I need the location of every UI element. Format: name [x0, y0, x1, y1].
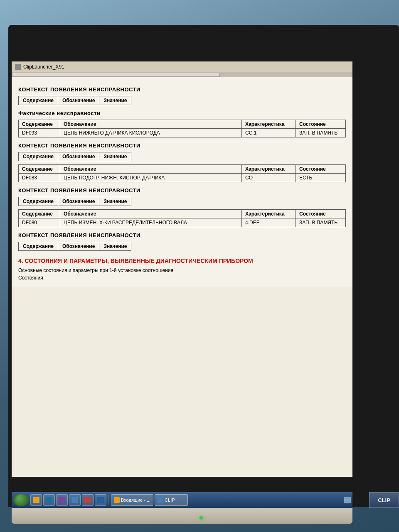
- row-designation-2: ЦЕПЬ ПОДОГР. НИЖН. КИСПОР. ДАТЧИКА: [60, 174, 242, 182]
- clip-icon: [158, 497, 163, 503]
- th-designation-2: Обозначение: [60, 165, 242, 174]
- row-state-3: ЗАП. В ПАМЯТЬ: [296, 218, 346, 227]
- table-row: DF093 ЦЕПЬ НИЖНЕГО ДАТЧИКА КИСЛОРОДА CC.…: [19, 129, 346, 137]
- ctx-header-value-3: Значение: [99, 197, 131, 206]
- th-char-3: Характеристика: [242, 210, 296, 218]
- globe-icon: [97, 497, 104, 503]
- red-section-subtitle: Основные состояния и параметры при 1-й у…: [18, 267, 346, 273]
- ie-icon: [46, 497, 52, 503]
- th-state-3: Состояние: [296, 210, 346, 218]
- horizontal-scrollbar[interactable]: [12, 72, 352, 77]
- music-icon: [84, 497, 91, 503]
- table-row: DF083 ЦЕПЬ ПОДОГР. НИЖН. КИСПОР. ДАТЧИКА…: [19, 174, 346, 182]
- section-title-7: КОНТЕКСТ ПОЯВЛЕНИЯ НЕИСПРАВНОСТИ: [18, 232, 346, 238]
- context-table-2: Содержание Обозначение Значение: [18, 152, 131, 161]
- system-tray: [344, 497, 351, 503]
- start-button[interactable]: [13, 494, 29, 506]
- th-char-2: Характеристика: [242, 165, 296, 174]
- window-title: ClipLauncher_X91: [23, 64, 64, 70]
- th-state-2: Состояние: [296, 165, 346, 174]
- row-content-2: DF083: [19, 174, 60, 182]
- row-designation: ЦЕПЬ НИЖНЕГО ДАТЧИКА КИСЛОРОДА: [60, 129, 242, 137]
- taskbar-globe-btn[interactable]: [95, 494, 106, 506]
- taskbar-folder-btn[interactable]: [30, 494, 42, 506]
- th-content-1: Содержание: [19, 120, 60, 129]
- taskbar-arrow-btn[interactable]: [69, 494, 81, 506]
- faults-section-3: Содержание Обозначение Характеристика Со…: [18, 209, 346, 227]
- context-section-1: КОНТЕКСТ ПОЯВЛЕНИЯ НЕИСПРАВНОСТИ Содержа…: [18, 86, 346, 105]
- section-title-1: КОНТЕКСТ ПОЯВЛЕНИЯ НЕИСПРАВНОСТИ: [18, 86, 346, 93]
- section-title-5: КОНТЕКСТ ПОЯВЛЕНИЯ НЕИСПРАВНОСТИ: [18, 187, 346, 194]
- incoming-button[interactable]: Входящие - ...: [111, 494, 153, 506]
- laptop-bottom-edge: [12, 508, 352, 524]
- ctx-header-content-3: Содержание: [19, 197, 58, 206]
- section-title-3: КОНТЕКСТ ПОЯВЛЕНИЯ НЕИСПРАВНОСТИ: [18, 142, 346, 149]
- context-section-2: КОНТЕКСТ ПОЯВЛЕНИЯ НЕИСПРАВНОСТИ Содержа…: [18, 142, 346, 161]
- faults-section-2: Содержание Обозначение Характеристика Со…: [18, 164, 346, 182]
- row-char-2: CO: [242, 174, 296, 182]
- th-designation-1: Обозначение: [60, 120, 242, 129]
- context-section-4: КОНТЕКСТ ПОЯВЛЕНИЯ НЕИСПРАВНОСТИ Содержа…: [18, 232, 346, 251]
- scroll-thumb[interactable]: [12, 73, 220, 77]
- row-designation-3: ЦЕПЬ ИЗМЕН. Х-КИ РАСПРЕДЕЛИТЕЛЬНОГО ВАЛА: [60, 218, 242, 227]
- clip-button[interactable]: CLIP: [155, 494, 188, 506]
- ctx-header-designation-3: Обозначение: [58, 197, 99, 206]
- taskbar-separator: [108, 495, 109, 505]
- taskbar-music-btn[interactable]: [82, 494, 94, 506]
- title-bar: ClipLauncher_X91: [12, 61, 352, 72]
- power-light: [200, 516, 203, 520]
- incoming-icon: [114, 497, 120, 503]
- th-content-2: Содержание: [19, 165, 60, 174]
- ctx-header-value-2: Значение: [99, 152, 131, 161]
- red-section-label: Состояния: [18, 275, 346, 281]
- ctx-header-content-4: Содержание: [19, 242, 58, 251]
- arrow-icon: [71, 497, 78, 503]
- faults-table-3: Содержание Обозначение Характеристика Со…: [18, 209, 346, 227]
- title-bar-icon: [15, 64, 21, 70]
- clip-corner-notification[interactable]: CLIP: [369, 492, 399, 508]
- clip-label: CLIP: [165, 498, 175, 503]
- ctx-header-content-1: Содержание: [19, 96, 58, 105]
- main-content: КОНТЕКСТ ПОЯВЛЕНИЯ НЕИСПРАВНОСТИ Содержа…: [12, 77, 352, 287]
- folder-icon: [33, 497, 39, 503]
- table-row: DF080 ЦЕПЬ ИЗМЕН. Х-КИ РАСПРЕДЕЛИТЕЛЬНОГ…: [19, 218, 346, 227]
- ctx-header-designation-4: Обозначение: [58, 242, 99, 251]
- th-designation-3: Обозначение: [60, 210, 242, 218]
- context-section-3: КОНТЕКСТ ПОЯВЛЕНИЯ НЕИСПРАВНОСТИ Содержа…: [18, 187, 346, 206]
- faults-table-2: Содержание Обозначение Характеристика Со…: [18, 164, 346, 182]
- taskbar-media-btn[interactable]: [56, 494, 68, 506]
- context-table-4: Содержание Обозначение Значение: [18, 242, 131, 251]
- incoming-label: Входящие - ...: [121, 498, 150, 503]
- taskbar[interactable]: Входящие - ... CLIP: [12, 492, 352, 508]
- context-table-3: Содержание Обозначение Значение: [18, 197, 131, 206]
- th-char-1: Характеристика: [242, 120, 296, 129]
- screen-content: ClipLauncher_X91 КОНТЕКСТ ПОЯВЛЕНИЯ НЕИС…: [12, 61, 352, 477]
- ctx-header-content-2: Содержание: [19, 152, 58, 161]
- context-table-1: Содержание Обозначение Значение: [18, 96, 131, 105]
- ctx-header-value-1: Значение: [99, 96, 131, 105]
- row-content-3: DF080: [19, 218, 60, 227]
- tray-icon-network: [344, 497, 351, 503]
- row-content: DF093: [19, 129, 60, 137]
- ctx-header-value-4: Значение: [99, 242, 131, 251]
- faults-table-1: Содержание Обозначение Характеристика Со…: [18, 120, 346, 137]
- ctx-header-designation-2: Обозначение: [58, 152, 99, 161]
- th-content-3: Содержание: [19, 210, 60, 218]
- start-orb-icon: [15, 494, 27, 506]
- clip-corner-label: CLIP: [378, 497, 390, 503]
- red-section-title: 4. СОСТОЯНИЯ И ПАРАМЕТРЫ, ВЫЯВЛЕННЫЕ ДИА…: [18, 257, 346, 264]
- row-state-2: ЕСТЬ: [296, 174, 346, 182]
- ctx-header-designation-1: Обозначение: [58, 96, 99, 105]
- row-char-3: 4.DEF: [242, 218, 296, 227]
- row-char: CC.1: [242, 129, 296, 137]
- faults-title-1: Фактические неисправности: [18, 110, 346, 116]
- faults-section-1: Фактические неисправности Содержание Обо…: [18, 110, 346, 137]
- row-state: ЗАП. В ПАМЯТЬ: [296, 129, 346, 137]
- media-icon: [59, 497, 65, 503]
- th-state-1: Состояние: [296, 120, 346, 129]
- taskbar-ie-btn[interactable]: [43, 494, 55, 506]
